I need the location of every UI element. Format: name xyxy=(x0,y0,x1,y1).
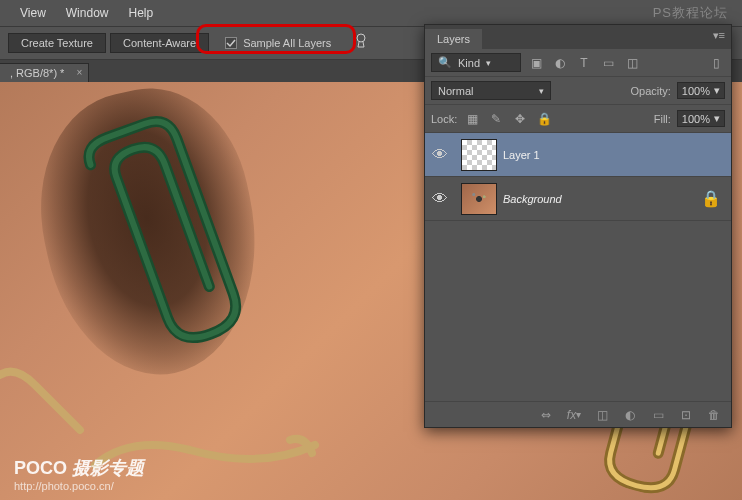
adjustment-layer-icon[interactable]: ◐ xyxy=(621,406,639,424)
panel-footer: ⇔ fx▾ ◫ ◐ ▭ ⊡ 🗑 xyxy=(425,401,731,427)
chevron-down-icon: ▾ xyxy=(486,58,491,68)
document-tab-label: , RGB/8*) * xyxy=(10,67,64,79)
delete-layer-icon[interactable]: 🗑 xyxy=(705,406,723,424)
filter-shape-icon[interactable]: ▭ xyxy=(599,54,617,72)
lock-pixels-icon[interactable]: ✎ xyxy=(487,110,505,128)
layer-row[interactable]: 👁 Background 🔒 xyxy=(425,177,731,221)
fill-value: 100% xyxy=(682,113,710,125)
watermark-bl-line1: POCO 摄影专题 xyxy=(14,456,144,480)
layer-fx-icon[interactable]: fx▾ xyxy=(565,406,583,424)
filter-kind-label: Kind xyxy=(458,57,480,69)
lock-transparent-icon[interactable]: ▦ xyxy=(463,110,481,128)
layers-tab[interactable]: Layers xyxy=(425,29,482,49)
watermark-tr-line1: PS教程论坛 xyxy=(653,4,728,22)
lock-all-icon[interactable]: 🔒 xyxy=(535,110,553,128)
new-layer-icon[interactable]: ⊡ xyxy=(677,406,695,424)
fill-label: Fill: xyxy=(654,113,671,125)
chevron-down-icon: ▾ xyxy=(539,86,544,96)
svg-point-0 xyxy=(357,34,365,42)
lock-row: Lock: ▦ ✎ ✥ 🔒 Fill: 100%▾ xyxy=(425,105,731,133)
fill-field[interactable]: 100%▾ xyxy=(677,110,725,127)
menu-view[interactable]: View xyxy=(20,6,46,20)
filter-pixel-icon[interactable]: ▣ xyxy=(527,54,545,72)
filter-smart-icon[interactable]: ◫ xyxy=(623,54,641,72)
sample-all-layers-label: Sample All Layers xyxy=(243,37,331,49)
filter-type-icon[interactable]: T xyxy=(575,54,593,72)
search-icon: 🔍 xyxy=(438,56,452,69)
blend-row: Normal ▾ Opacity: 100%▾ xyxy=(425,77,731,105)
document-tab[interactable]: , RGB/8*) * × xyxy=(0,63,89,82)
sample-all-layers-checkbox[interactable] xyxy=(225,37,237,49)
content-aware-button[interactable]: Content-Aware xyxy=(110,33,209,53)
group-icon[interactable]: ▭ xyxy=(649,406,667,424)
lock-label: Lock: xyxy=(431,113,457,125)
panel-menu-icon[interactable]: ▾≡ xyxy=(713,29,725,42)
panel-empty-area xyxy=(425,221,731,401)
menu-bar: View Window Help xyxy=(0,0,742,26)
watermark-bl-line2: http://photo.poco.cn/ xyxy=(14,480,144,492)
layer-mask-icon[interactable]: ◫ xyxy=(593,406,611,424)
close-document-icon[interactable]: × xyxy=(77,67,83,78)
opacity-value: 100% xyxy=(682,85,710,97)
eye-icon: 👁 xyxy=(432,190,448,208)
create-texture-button[interactable]: Create Texture xyxy=(8,33,106,53)
layer-thumbnail[interactable] xyxy=(461,183,497,215)
watermark-bottom-left: POCO 摄影专题 http://photo.poco.cn/ xyxy=(14,456,144,492)
panel-tab-bar: Layers ▾≡ xyxy=(425,25,731,49)
layers-panel: Layers ▾≡ 🔍 Kind ▾ ▣ ◐ T ▭ ◫ ▯ Normal ▾ … xyxy=(424,24,732,428)
filter-toggle-switch[interactable]: ▯ xyxy=(707,54,725,72)
lock-position-icon[interactable]: ✥ xyxy=(511,110,529,128)
filter-row: 🔍 Kind ▾ ▣ ◐ T ▭ ◫ ▯ xyxy=(425,49,731,77)
menu-help[interactable]: Help xyxy=(128,6,153,20)
wire-fragment-1 xyxy=(0,360,95,440)
visibility-toggle[interactable]: 👁 xyxy=(425,146,455,164)
blend-mode-dropdown[interactable]: Normal ▾ xyxy=(431,81,551,100)
opacity-label: Opacity: xyxy=(631,85,671,97)
layer-name[interactable]: Layer 1 xyxy=(503,149,731,161)
sample-all-layers-option[interactable]: Sample All Layers xyxy=(213,37,343,49)
brush-settings-icon[interactable] xyxy=(353,33,369,53)
eye-icon: 👁 xyxy=(432,146,448,164)
blend-mode-value: Normal xyxy=(438,85,473,97)
filter-adjust-icon[interactable]: ◐ xyxy=(551,54,569,72)
visibility-toggle[interactable]: 👁 xyxy=(425,190,455,208)
layer-name[interactable]: Background xyxy=(503,193,701,205)
opacity-field[interactable]: 100%▾ xyxy=(677,82,725,99)
layers-list: 👁 Layer 1 👁 Background 🔒 xyxy=(425,133,731,221)
layer-thumbnail[interactable] xyxy=(461,139,497,171)
menu-window[interactable]: Window xyxy=(66,6,109,20)
lock-icon: 🔒 xyxy=(701,189,721,208)
filter-kind-dropdown[interactable]: 🔍 Kind ▾ xyxy=(431,53,521,72)
layer-row[interactable]: 👁 Layer 1 xyxy=(425,133,731,177)
link-layers-icon[interactable]: ⇔ xyxy=(537,406,555,424)
